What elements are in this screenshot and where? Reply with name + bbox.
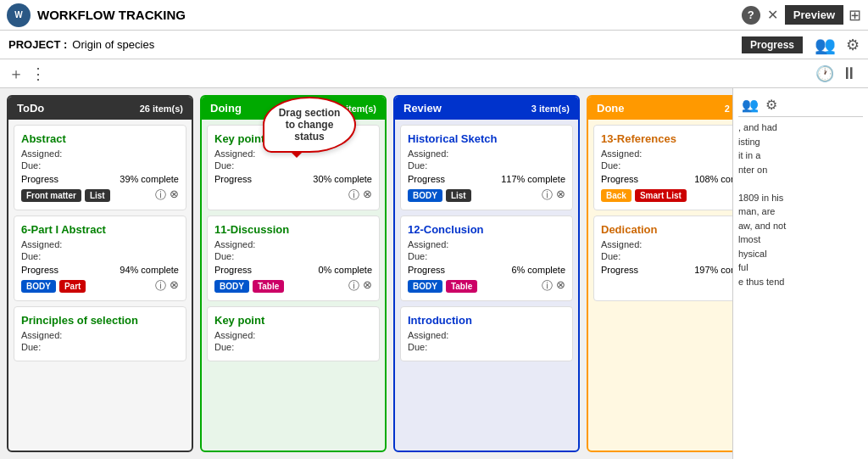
card-conclusion-due: Due: [408, 251, 565, 261]
card-discussion-progress-row: Progress 0% complete [214, 265, 372, 275]
card-discussion-progress-label: Progress [214, 265, 252, 275]
card-historical-sketch-due: Due: [408, 160, 565, 171]
delete-icon-5[interactable]: ⊗ [556, 188, 565, 203]
help-button[interactable]: ? [742, 6, 760, 25]
tag-back[interactable]: Back [601, 189, 632, 202]
tag-body-4[interactable]: BODY [408, 280, 442, 293]
tag-part[interactable]: Part [59, 280, 86, 293]
sidebar-text-line-6: 1809 in his [738, 191, 863, 205]
sidebar-text-line-3: it in a [738, 148, 863, 163]
card-keypoint-1-tags: ⓘ ⊗ [214, 188, 372, 203]
more-icon[interactable]: ⋮ [31, 64, 46, 83]
sidebar-text-line-10: hysical [738, 247, 863, 261]
tag-front-matter[interactable]: Front matter [21, 189, 81, 202]
card-discussion-tags: BODY Table ⓘ ⊗ [214, 278, 372, 294]
card-references-progress-row: Progress 108% complete [601, 174, 732, 184]
column-review-header: Review 3 item(s) [395, 97, 578, 120]
card-introduction-due: Due: [408, 342, 565, 352]
delete-icon[interactable]: ⊗ [170, 188, 179, 203]
grid-icon[interactable]: ⊞ [849, 6, 861, 25]
card-keypoint-1-progress-value: 30% complete [313, 174, 372, 184]
card-abstract: Abstract Assigned: Due: Progress 39% com… [14, 125, 186, 210]
card-discussion-progress-value: 0% complete [318, 265, 372, 275]
column-todo: ToDo 26 item(s) Abstract Assigned: Due: … [7, 95, 193, 452]
column-done-header: Done 2 item(s) [588, 97, 732, 120]
card-6part-icons: ⓘ ⊗ [155, 278, 179, 294]
tag-body-3[interactable]: BODY [408, 189, 442, 202]
card-introduction: Introduction Assigned: Due: [400, 306, 573, 361]
delete-icon-2[interactable]: ⊗ [170, 278, 179, 294]
card-discussion-assigned: Assigned: [214, 239, 372, 249]
card-conclusion-title: 12-Conclusion [408, 223, 565, 236]
project-label: PROJECT : [8, 38, 67, 51]
tag-table-2[interactable]: Table [446, 280, 477, 293]
card-dedication-progress-label: Progress [601, 265, 638, 275]
card-introduction-assigned: Assigned: [408, 330, 565, 340]
sidebar-text-line-8: aw, and not [738, 219, 863, 233]
sidebar-text-line-5 [738, 176, 863, 191]
delete-icon-3[interactable]: ⊗ [363, 188, 372, 203]
delete-icon-4[interactable]: ⊗ [363, 278, 372, 294]
tag-smartlist[interactable]: Smart List [635, 189, 687, 202]
tag-list[interactable]: List [85, 189, 110, 202]
card-abstract-progress-row: Progress 39% complete [21, 174, 179, 184]
card-conclusion-progress-row: Progress 6% complete [408, 265, 565, 275]
progress-button[interactable]: Progress [742, 36, 803, 53]
tag-body-2[interactable]: BODY [214, 280, 249, 293]
main-content: Drag section to change status ToDo 26 it… [0, 88, 868, 459]
sidebar-text-line-7: man, are [738, 204, 863, 219]
card-principles-due: Due: [21, 342, 179, 352]
info-icon-6[interactable]: ⓘ [542, 278, 553, 294]
info-icon[interactable]: ⓘ [155, 188, 166, 203]
info-icon-5[interactable]: ⓘ [542, 188, 553, 203]
card-historical-sketch-tags: BODY List ⓘ ⊗ [408, 188, 565, 203]
card-6part-assigned: Assigned: [21, 239, 179, 249]
card-references-progress-label: Progress [601, 174, 638, 184]
card-historical-sketch: Historical Sketch Assigned: Due: Progres… [400, 125, 573, 210]
card-6part-progress-value: 94% complete [120, 265, 179, 275]
card-discussion-icons: ⓘ ⊗ [348, 278, 372, 294]
card-historical-sketch-title: Historical Sketch [408, 132, 565, 145]
card-discussion-title: 11-Discussion [214, 223, 372, 236]
sidebar-people-icon[interactable]: 👥 [742, 97, 759, 113]
bars-icon[interactable]: ⏸ [841, 64, 860, 83]
clock-icon[interactable]: 🕐 [815, 64, 834, 83]
card-historical-sketch-progress-row: Progress 117% complete [408, 174, 565, 184]
column-review: Review 3 item(s) Historical Sketch Assig… [393, 95, 580, 452]
tag-list-2[interactable]: List [446, 189, 471, 202]
add-icon[interactable]: ＋ [8, 64, 24, 84]
info-icon-4[interactable]: ⓘ [348, 278, 359, 294]
card-dedication-progress-row: Progress 197% complete [601, 265, 732, 275]
delete-icon-6[interactable]: ⊗ [556, 278, 565, 294]
card-conclusion-icons: ⓘ ⊗ [542, 278, 565, 294]
card-conclusion: 12-Conclusion Assigned: Due: Progress 6%… [400, 216, 573, 301]
info-icon-3[interactable]: ⓘ [348, 188, 359, 203]
column-todo-title: ToDo [17, 102, 44, 115]
sidebar-gear-icon[interactable]: ⚙ [765, 97, 777, 113]
column-done-title: Done [597, 102, 625, 115]
sidebar-text-line-11: ful [738, 260, 863, 275]
people-icon[interactable]: 👥 [815, 35, 836, 55]
card-introduction-title: Introduction [408, 314, 565, 327]
card-dedication: Dedication Assigned: Due: Progress 197% … [593, 216, 732, 301]
card-dedication-title: Dedication [601, 223, 732, 236]
card-6part-tags: BODY Part ⓘ ⊗ [21, 278, 179, 294]
settings-icon[interactable]: ⚙ [846, 36, 860, 54]
tag-body-1[interactable]: BODY [21, 280, 56, 293]
card-keypoint-2-title: Key point [214, 314, 372, 327]
card-principles-assigned: Assigned: [21, 330, 179, 340]
kanban-area: Drag section to change status ToDo 26 it… [0, 88, 732, 459]
card-conclusion-progress-value: 6% complete [511, 265, 565, 275]
close-button[interactable]: ✕ [767, 7, 778, 23]
preview-button[interactable]: Preview [785, 5, 843, 25]
card-6part-title: 6-Part I Abstract [21, 223, 179, 236]
column-done: Done 2 item(s) 13-References Assigned: D… [587, 95, 732, 452]
app-logo: W [7, 3, 31, 27]
tag-table-1[interactable]: Table [253, 280, 284, 293]
card-keypoint-1-progress-label: Progress [214, 174, 252, 184]
column-done-count: 2 item(s) [725, 104, 732, 114]
card-references-assigned: Assigned: [601, 148, 732, 159]
info-icon-2[interactable]: ⓘ [155, 278, 166, 294]
sidebar-text-line-1: , and had [738, 120, 863, 135]
card-6part-due: Due: [21, 251, 179, 261]
